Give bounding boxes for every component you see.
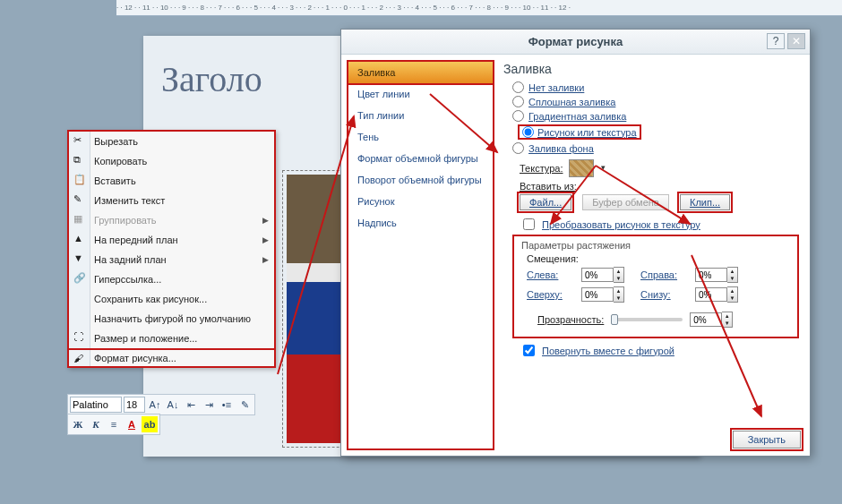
texture-label: Текстура: bbox=[520, 163, 563, 174]
dialog-close-button[interactable]: ✕ bbox=[787, 33, 805, 49]
mini-toolbar: A↑ A↓ ⇤ ⇥ •≡ ✎ bbox=[67, 394, 255, 415]
category-fill[interactable]: Заливка bbox=[347, 60, 494, 85]
category-3d-format[interactable]: Формат объемной фигуры bbox=[348, 148, 493, 169]
offset-top-label: Сверху: bbox=[527, 289, 576, 300]
bring-front-icon: ▲ bbox=[73, 233, 88, 247]
group-icon: ▦ bbox=[73, 213, 88, 227]
ctx-edit-text[interactable]: ✎Изменить текст bbox=[69, 191, 274, 210]
font-size-selector[interactable] bbox=[124, 397, 145, 413]
transparency-slider[interactable] bbox=[611, 318, 683, 321]
ctx-format-picture[interactable]: 🖌Формат рисунка... bbox=[67, 348, 276, 368]
clip-button[interactable]: Клип... bbox=[680, 194, 730, 210]
ctx-save-as-picture[interactable]: Сохранить как рисунок... bbox=[69, 289, 274, 309]
radio-solid-fill[interactable]: Сплошная заливка bbox=[512, 96, 799, 107]
ctx-hyperlink[interactable]: 🔗Гиперссылка... bbox=[69, 269, 274, 289]
ctx-set-default-shape[interactable]: Назначить фигурой по умолчанию bbox=[69, 309, 274, 329]
stretch-parameters-group: Параметры растяжения Смещения: Слева: ▲▼… bbox=[512, 235, 799, 338]
radio-gradient-fill[interactable]: Градиентная заливка bbox=[512, 110, 799, 122]
cut-icon: ✂ bbox=[73, 134, 88, 149]
dialog-titlebar[interactable]: Формат рисунка ? ✕ bbox=[341, 30, 810, 55]
format-picture-icon: 🖌 bbox=[73, 353, 88, 367]
ctx-bring-front[interactable]: ▲На передний план▶ bbox=[69, 230, 274, 250]
offset-left-label: Слева: bbox=[527, 269, 576, 280]
font-color-button[interactable]: A bbox=[124, 416, 140, 432]
offset-top-spinner[interactable]: ▲▼ bbox=[581, 286, 635, 303]
increase-indent-button[interactable]: ⇥ bbox=[201, 397, 217, 413]
format-painter-button[interactable]: ✎ bbox=[236, 397, 253, 413]
decrease-indent-button[interactable]: ⇤ bbox=[183, 397, 199, 413]
bullets-button[interactable]: •≡ bbox=[219, 397, 235, 413]
ctx-copy[interactable]: ⧉Копировать bbox=[69, 151, 274, 171]
ctx-paste[interactable]: 📋Вставить bbox=[69, 171, 274, 191]
mini-toolbar-row2: Ж К ≡ A ab bbox=[67, 414, 160, 435]
offset-right-spinner[interactable]: ▲▼ bbox=[695, 267, 749, 283]
category-line-color[interactable]: Цвет линии bbox=[348, 83, 493, 105]
category-shadow[interactable]: Тень bbox=[348, 126, 493, 148]
dialog-help-button[interactable]: ? bbox=[767, 33, 785, 49]
file-button[interactable]: Файл... bbox=[520, 194, 571, 210]
dialog-panel: Заливка Нет заливки Сплошная заливка Гра… bbox=[500, 55, 810, 456]
hyperlink-icon: 🔗 bbox=[73, 272, 88, 286]
submenu-arrow-icon: ▶ bbox=[262, 255, 269, 264]
rotate-with-shape-checkbox[interactable]: Повернуть вместе с фигурой bbox=[520, 342, 799, 359]
insert-from-label: Вставить из: bbox=[520, 181, 799, 192]
radio-background-fill[interactable]: Заливка фона bbox=[512, 142, 799, 154]
category-3d-rotation[interactable]: Поворот объемной фигуры bbox=[348, 169, 493, 191]
radio-no-fill[interactable]: Нет заливки bbox=[512, 81, 799, 93]
category-picture[interactable]: Рисунок bbox=[348, 191, 493, 212]
ctx-cut[interactable]: ✂Вырезать bbox=[69, 132, 274, 151]
font-selector[interactable] bbox=[70, 397, 122, 413]
panel-heading: Заливка bbox=[503, 62, 799, 76]
copy-icon: ⧉ bbox=[73, 154, 88, 168]
bold-button[interactable]: Ж bbox=[70, 416, 86, 432]
format-picture-dialog: Формат рисунка ? ✕ Заливка Цвет линии Ти… bbox=[340, 29, 811, 457]
edit-text-icon: ✎ bbox=[73, 193, 88, 208]
horizontal-ruler: · · 12 · · 11 · · 10 · · · 9 · · · 8 · ·… bbox=[116, 0, 842, 16]
dialog-title: Формат рисунка bbox=[528, 35, 623, 48]
offsets-label: Смещения: bbox=[527, 253, 790, 264]
tile-as-texture-checkbox[interactable]: Преобразовать рисунок в текстуру bbox=[520, 216, 799, 233]
offset-bottom-label: Снизу: bbox=[640, 289, 690, 300]
submenu-arrow-icon: ▶ bbox=[262, 235, 269, 244]
ctx-send-back[interactable]: ▼На задний план▶ bbox=[69, 250, 274, 269]
grow-font-button[interactable]: A↑ bbox=[147, 397, 163, 413]
send-back-icon: ▼ bbox=[73, 252, 88, 267]
transparency-spinner[interactable]: ▲▼ bbox=[690, 312, 733, 328]
offset-bottom-spinner[interactable]: ▲▼ bbox=[695, 286, 749, 303]
align-button[interactable]: ≡ bbox=[106, 416, 122, 432]
ctx-group: ▦Группировать▶ bbox=[69, 210, 274, 230]
size-icon: ⛶ bbox=[73, 331, 88, 346]
transparency-label: Прозрачность: bbox=[537, 314, 604, 325]
radio-picture-texture[interactable]: Рисунок или текстура bbox=[512, 124, 799, 140]
offset-left-spinner[interactable]: ▲▼ bbox=[581, 267, 635, 283]
close-button[interactable]: Закрыть bbox=[733, 431, 801, 448]
offset-right-label: Справа: bbox=[640, 269, 690, 280]
clipboard-button: Буфер обмена bbox=[582, 194, 669, 210]
context-menu: ✂Вырезать ⧉Копировать 📋Вставить ✎Изменит… bbox=[67, 130, 276, 368]
paste-icon: 📋 bbox=[73, 174, 88, 188]
italic-button[interactable]: К bbox=[88, 416, 104, 432]
dialog-category-list: Заливка Цвет линии Тип линии Тень Формат… bbox=[347, 60, 494, 450]
texture-dropdown[interactable] bbox=[569, 159, 594, 177]
shrink-font-button[interactable]: A↓ bbox=[165, 397, 181, 413]
category-textbox[interactable]: Надпись bbox=[348, 212, 493, 234]
submenu-arrow-icon: ▶ bbox=[262, 216, 269, 225]
category-line-type[interactable]: Тип линии bbox=[348, 105, 493, 126]
ctx-size-position[interactable]: ⛶Размер и положение... bbox=[69, 329, 274, 348]
stretch-title: Параметры растяжения bbox=[521, 240, 790, 251]
slide-title-placeholder: Заголо bbox=[161, 58, 262, 100]
highlight-button[interactable]: ab bbox=[142, 416, 158, 432]
